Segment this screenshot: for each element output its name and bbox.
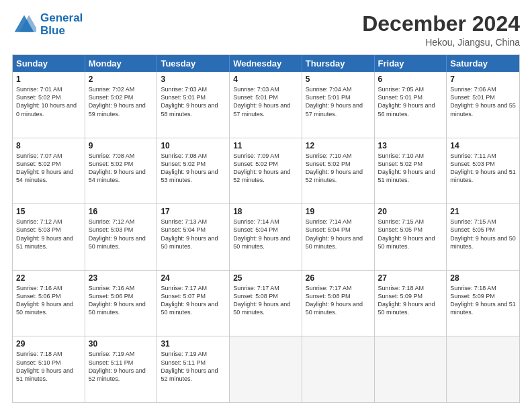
cell-info: Sunrise: 7:05 AM Sunset: 5:01 PM Dayligh… bbox=[378, 85, 443, 118]
cell-info: Sunrise: 7:18 AM Sunset: 5:10 PM Dayligh… bbox=[16, 350, 81, 383]
day-cell-21: 21Sunrise: 7:15 AM Sunset: 5:05 PM Dayli… bbox=[447, 204, 519, 270]
month-title: December 2024 bbox=[362, 12, 520, 36]
cell-info: Sunrise: 7:13 AM Sunset: 5:04 PM Dayligh… bbox=[161, 218, 226, 250]
title-block: December 2024 Hekou, Jiangsu, China bbox=[362, 12, 520, 48]
calendar-row-3: 22Sunrise: 7:16 AM Sunset: 5:06 PM Dayli… bbox=[13, 270, 519, 336]
cell-info: Sunrise: 7:14 AM Sunset: 5:04 PM Dayligh… bbox=[306, 218, 371, 250]
day-number: 17 bbox=[161, 207, 226, 216]
cell-info: Sunrise: 7:09 AM Sunset: 5:02 PM Dayligh… bbox=[233, 152, 298, 185]
cell-info: Sunrise: 7:04 AM Sunset: 5:01 PM Dayligh… bbox=[306, 85, 371, 118]
day-number: 13 bbox=[378, 141, 443, 150]
cell-info: Sunrise: 7:17 AM Sunset: 5:07 PM Dayligh… bbox=[161, 284, 226, 317]
calendar-row-2: 15Sunrise: 7:12 AM Sunset: 5:03 PM Dayli… bbox=[13, 203, 519, 270]
day-cell-25: 25Sunrise: 7:17 AM Sunset: 5:08 PM Dayli… bbox=[230, 271, 302, 336]
day-number: 3 bbox=[161, 75, 226, 84]
location: Hekou, Jiangsu, China bbox=[362, 37, 520, 48]
day-cell-19: 19Sunrise: 7:14 AM Sunset: 5:04 PM Dayli… bbox=[302, 204, 375, 270]
day-number: 12 bbox=[306, 141, 371, 150]
empty-cell bbox=[302, 336, 375, 402]
cell-info: Sunrise: 7:03 AM Sunset: 5:01 PM Dayligh… bbox=[233, 85, 298, 118]
day-cell-17: 17Sunrise: 7:13 AM Sunset: 5:04 PM Dayli… bbox=[157, 204, 230, 270]
day-number: 2 bbox=[89, 75, 154, 84]
logo-general: General bbox=[40, 11, 83, 24]
cell-info: Sunrise: 7:01 AM Sunset: 5:02 PM Dayligh… bbox=[16, 85, 81, 118]
cell-info: Sunrise: 7:11 AM Sunset: 5:03 PM Dayligh… bbox=[450, 152, 516, 185]
day-cell-22: 22Sunrise: 7:16 AM Sunset: 5:06 PM Dayli… bbox=[13, 271, 85, 336]
day-number: 30 bbox=[89, 339, 154, 349]
header: General Blue December 2024 Hekou, Jiangs… bbox=[12, 12, 520, 48]
cell-info: Sunrise: 7:16 AM Sunset: 5:06 PM Dayligh… bbox=[16, 284, 81, 317]
empty-cell bbox=[375, 336, 447, 402]
day-number: 22 bbox=[16, 273, 81, 283]
cell-info: Sunrise: 7:08 AM Sunset: 5:02 PM Dayligh… bbox=[89, 152, 154, 185]
cell-info: Sunrise: 7:10 AM Sunset: 5:02 PM Dayligh… bbox=[306, 152, 371, 185]
cell-info: Sunrise: 7:03 AM Sunset: 5:01 PM Dayligh… bbox=[161, 85, 226, 118]
logo-icon bbox=[12, 13, 36, 37]
cell-info: Sunrise: 7:19 AM Sunset: 5:11 PM Dayligh… bbox=[161, 350, 226, 383]
cell-info: Sunrise: 7:07 AM Sunset: 5:02 PM Dayligh… bbox=[16, 152, 81, 185]
calendar-header: SundayMondayTuesdayWednesdayThursdayFrid… bbox=[13, 55, 519, 72]
day-number: 26 bbox=[306, 273, 371, 283]
day-number: 5 bbox=[306, 75, 371, 84]
day-number: 7 bbox=[450, 75, 516, 84]
cell-info: Sunrise: 7:17 AM Sunset: 5:08 PM Dayligh… bbox=[233, 284, 298, 317]
cell-info: Sunrise: 7:10 AM Sunset: 5:02 PM Dayligh… bbox=[378, 152, 443, 185]
header-day-saturday: Saturday bbox=[447, 55, 519, 72]
calendar-row-4: 29Sunrise: 7:18 AM Sunset: 5:10 PM Dayli… bbox=[13, 336, 519, 402]
day-cell-23: 23Sunrise: 7:16 AM Sunset: 5:06 PM Dayli… bbox=[85, 271, 158, 336]
cell-info: Sunrise: 7:14 AM Sunset: 5:04 PM Dayligh… bbox=[233, 218, 298, 250]
calendar-body: 1Sunrise: 7:01 AM Sunset: 5:02 PM Daylig… bbox=[13, 72, 519, 402]
day-number: 15 bbox=[16, 207, 81, 216]
day-number: 24 bbox=[161, 273, 226, 283]
calendar-row-1: 8Sunrise: 7:07 AM Sunset: 5:02 PM Daylig… bbox=[13, 138, 519, 204]
day-cell-1: 1Sunrise: 7:01 AM Sunset: 5:02 PM Daylig… bbox=[13, 72, 85, 138]
day-cell-14: 14Sunrise: 7:11 AM Sunset: 5:03 PM Dayli… bbox=[447, 138, 519, 204]
day-number: 20 bbox=[378, 207, 443, 216]
day-cell-5: 5Sunrise: 7:04 AM Sunset: 5:01 PM Daylig… bbox=[302, 72, 375, 138]
day-cell-28: 28Sunrise: 7:18 AM Sunset: 5:09 PM Dayli… bbox=[447, 271, 519, 336]
day-number: 21 bbox=[450, 207, 516, 216]
day-cell-3: 3Sunrise: 7:03 AM Sunset: 5:01 PM Daylig… bbox=[157, 72, 230, 138]
cell-info: Sunrise: 7:02 AM Sunset: 5:02 PM Dayligh… bbox=[89, 85, 154, 118]
day-cell-12: 12Sunrise: 7:10 AM Sunset: 5:02 PM Dayli… bbox=[302, 138, 375, 204]
day-cell-29: 29Sunrise: 7:18 AM Sunset: 5:10 PM Dayli… bbox=[13, 336, 85, 402]
header-day-thursday: Thursday bbox=[302, 55, 375, 72]
empty-cell bbox=[447, 336, 519, 402]
logo: General Blue bbox=[12, 12, 83, 37]
day-cell-11: 11Sunrise: 7:09 AM Sunset: 5:02 PM Dayli… bbox=[230, 138, 302, 204]
cell-info: Sunrise: 7:18 AM Sunset: 5:09 PM Dayligh… bbox=[450, 284, 516, 317]
cell-info: Sunrise: 7:15 AM Sunset: 5:05 PM Dayligh… bbox=[450, 218, 516, 250]
day-cell-6: 6Sunrise: 7:05 AM Sunset: 5:01 PM Daylig… bbox=[375, 72, 447, 138]
day-cell-7: 7Sunrise: 7:06 AM Sunset: 5:01 PM Daylig… bbox=[447, 72, 519, 138]
day-cell-8: 8Sunrise: 7:07 AM Sunset: 5:02 PM Daylig… bbox=[13, 138, 85, 204]
day-cell-30: 30Sunrise: 7:19 AM Sunset: 5:11 PM Dayli… bbox=[85, 336, 158, 402]
logo-blue: Blue bbox=[40, 24, 65, 37]
header-day-monday: Monday bbox=[85, 55, 158, 72]
day-cell-15: 15Sunrise: 7:12 AM Sunset: 5:03 PM Dayli… bbox=[13, 204, 85, 270]
cell-info: Sunrise: 7:08 AM Sunset: 5:02 PM Dayligh… bbox=[161, 152, 226, 185]
day-number: 18 bbox=[233, 207, 298, 216]
cell-info: Sunrise: 7:12 AM Sunset: 5:03 PM Dayligh… bbox=[16, 218, 81, 250]
cell-info: Sunrise: 7:15 AM Sunset: 5:05 PM Dayligh… bbox=[378, 218, 443, 250]
calendar: SundayMondayTuesdayWednesdayThursdayFrid… bbox=[12, 54, 520, 403]
day-number: 19 bbox=[306, 207, 371, 216]
day-number: 28 bbox=[450, 273, 516, 283]
day-cell-18: 18Sunrise: 7:14 AM Sunset: 5:04 PM Dayli… bbox=[230, 204, 302, 270]
day-cell-20: 20Sunrise: 7:15 AM Sunset: 5:05 PM Dayli… bbox=[375, 204, 447, 270]
cell-info: Sunrise: 7:16 AM Sunset: 5:06 PM Dayligh… bbox=[89, 284, 154, 317]
day-number: 27 bbox=[378, 273, 443, 283]
day-cell-9: 9Sunrise: 7:08 AM Sunset: 5:02 PM Daylig… bbox=[85, 138, 158, 204]
header-day-tuesday: Tuesday bbox=[157, 55, 230, 72]
header-day-sunday: Sunday bbox=[13, 55, 85, 72]
day-number: 11 bbox=[233, 141, 298, 150]
cell-info: Sunrise: 7:17 AM Sunset: 5:08 PM Dayligh… bbox=[306, 284, 371, 317]
day-cell-16: 16Sunrise: 7:12 AM Sunset: 5:03 PM Dayli… bbox=[85, 204, 158, 270]
day-number: 16 bbox=[89, 207, 154, 216]
day-number: 14 bbox=[450, 141, 516, 150]
page: General Blue December 2024 Hekou, Jiangs… bbox=[0, 0, 532, 411]
header-day-friday: Friday bbox=[375, 55, 447, 72]
day-number: 9 bbox=[89, 141, 154, 150]
day-cell-26: 26Sunrise: 7:17 AM Sunset: 5:08 PM Dayli… bbox=[302, 271, 375, 336]
day-number: 6 bbox=[378, 75, 443, 84]
day-cell-4: 4Sunrise: 7:03 AM Sunset: 5:01 PM Daylig… bbox=[230, 72, 302, 138]
